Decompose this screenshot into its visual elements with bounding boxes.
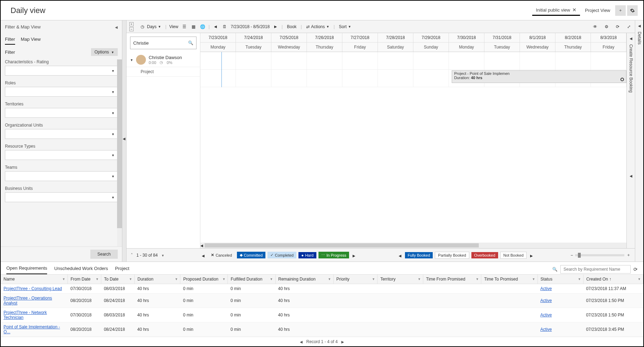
table-row[interactable]: ProjectThree - Operations Analyst08/20/2… xyxy=(1,294,643,308)
view-tab-initial[interactable]: Initial public view ✕ xyxy=(532,5,580,16)
grid-cell[interactable] xyxy=(378,52,413,70)
chevron-left-icon[interactable] xyxy=(630,173,632,178)
details-label[interactable]: Details xyxy=(637,32,642,45)
eye-icon[interactable]: 👁 xyxy=(592,24,598,30)
book-button[interactable]: Book xyxy=(285,24,298,30)
column-header[interactable]: To Date xyxy=(101,275,134,284)
resource-row[interactable]: Christie Dawson 0:00 ◷ 0% xyxy=(127,53,200,67)
status-chip-inprogress[interactable]: ⋯In Progress xyxy=(318,252,349,258)
column-header[interactable]: Time From Promised xyxy=(423,275,481,284)
settings-button[interactable] xyxy=(627,5,638,16)
chevron-down-icon[interactable] xyxy=(161,253,165,258)
grid-cell[interactable] xyxy=(200,52,236,70)
column-header[interactable]: Priority xyxy=(333,275,377,284)
filter-search-button[interactable]: Search xyxy=(90,250,118,259)
actions-button[interactable]: ⇄ Actions xyxy=(305,24,331,30)
requirement-link[interactable]: ProjectThree - Network Technician xyxy=(4,310,47,320)
chevron-down-icon[interactable] xyxy=(270,277,273,281)
tab-unscheduled-work-orders[interactable]: Unscheduled Work Orders xyxy=(54,264,108,274)
table-row[interactable]: Point of Sale Implementation - O...08/20… xyxy=(1,322,643,337)
resource-search[interactable]: 🔍 xyxy=(130,37,197,49)
resourcetypes-select[interactable] xyxy=(5,150,118,160)
close-icon[interactable]: ✕ xyxy=(572,7,577,13)
booking-chip-fully[interactable]: Fully Booked xyxy=(405,252,433,258)
column-header[interactable]: Proposed Duration xyxy=(180,275,228,284)
grid-cell[interactable] xyxy=(484,52,520,70)
grid-cell[interactable] xyxy=(449,52,484,70)
grid-view-icon[interactable]: ▦ xyxy=(190,24,197,30)
date-range-label[interactable]: 7/23/2018 - 8/5/2018 xyxy=(231,24,270,29)
businessunits-select[interactable] xyxy=(5,192,118,202)
legend-prev-icon[interactable] xyxy=(200,252,206,258)
chevron-down-icon[interactable] xyxy=(638,277,641,281)
splitter[interactable] xyxy=(122,20,127,262)
zoom-out-icon[interactable]: − xyxy=(571,253,573,258)
booking-chip-not[interactable]: Not Booked xyxy=(500,252,527,259)
chevron-down-icon[interactable] xyxy=(129,277,132,281)
gear-icon[interactable]: ⚙ xyxy=(603,24,610,30)
sidebar-scroll-track[interactable] xyxy=(117,59,122,246)
chevron-down-icon[interactable] xyxy=(578,277,581,281)
booking-block[interactable]: Project - Point of Sale Implemen Duratio… xyxy=(452,70,626,83)
booking-chip-partially[interactable]: Partially Booked xyxy=(435,252,469,259)
chevron-left-icon[interactable] xyxy=(630,36,632,41)
chevron-down-icon[interactable] xyxy=(532,277,535,281)
column-header[interactable]: Created On ↑ xyxy=(583,275,643,284)
view-tab-project[interactable]: Project View xyxy=(581,6,614,15)
tab-project[interactable]: Project xyxy=(115,264,129,274)
sidebar-tab-filter[interactable]: Filter xyxy=(5,35,15,45)
scroll-thumb[interactable] xyxy=(205,243,479,248)
requirement-link[interactable]: ProjectThree - Consulting Lead xyxy=(4,286,62,291)
column-header[interactable]: Duration xyxy=(135,275,180,284)
column-header[interactable]: Status xyxy=(537,275,583,284)
list-view-icon[interactable]: ☰ xyxy=(181,24,187,30)
refresh-icon[interactable]: ⟳ xyxy=(633,266,638,272)
grid-cell[interactable] xyxy=(271,70,307,87)
expand-rows-icon[interactable]: + xyxy=(129,22,134,26)
chevron-up-icon[interactable]: ˄ xyxy=(131,253,133,258)
chevron-down-icon[interactable] xyxy=(418,277,421,281)
requirements-search-input[interactable] xyxy=(560,265,631,274)
grid-cell[interactable] xyxy=(200,70,236,87)
grid-cell[interactable] xyxy=(342,70,378,87)
status-chip-canceled[interactable]: ✕Canceled xyxy=(208,252,234,258)
territories-select[interactable] xyxy=(5,108,118,118)
sidebar-scroll-thumb[interactable] xyxy=(117,59,122,228)
grid-cell[interactable] xyxy=(413,52,449,70)
orgunits-select[interactable] xyxy=(5,129,118,139)
chevron-down-icon[interactable] xyxy=(328,277,331,281)
grid-cell[interactable] xyxy=(555,52,591,70)
timescale-days[interactable]: ◷ Days xyxy=(138,23,162,31)
column-header[interactable]: Remaining Duration xyxy=(275,275,333,284)
chevron-down-icon[interactable] xyxy=(476,277,479,281)
status-link[interactable]: Active xyxy=(540,327,552,332)
zoom-slider[interactable] xyxy=(575,254,624,256)
column-header[interactable]: From Date xyxy=(67,275,101,284)
calendar-icon[interactable]: 🗓 xyxy=(221,24,228,30)
legend-prev-icon[interactable] xyxy=(397,252,403,258)
grid-cell[interactable] xyxy=(520,52,555,70)
chevron-down-icon[interactable] xyxy=(175,277,178,281)
chevron-down-icon[interactable] xyxy=(222,277,225,281)
requirement-link[interactable]: Point of Sale Implementation - O... xyxy=(4,324,60,334)
status-chip-committed[interactable]: ◆Committed xyxy=(237,252,265,258)
grid-cell[interactable] xyxy=(271,52,307,70)
status-link[interactable]: Active xyxy=(540,286,552,291)
refresh-icon[interactable]: ⟳ xyxy=(614,24,621,30)
chevron-down-icon[interactable] xyxy=(372,277,375,281)
characteristics-select[interactable] xyxy=(5,66,118,76)
fullscreen-icon[interactable]: ⤢ xyxy=(626,24,632,30)
column-header[interactable]: Fulfilled Duration xyxy=(228,275,275,284)
date-next-icon[interactable] xyxy=(272,24,279,30)
resource-search-input[interactable] xyxy=(133,40,184,46)
status-link[interactable]: Active xyxy=(540,313,552,317)
grid-cell[interactable] xyxy=(307,70,342,87)
collapse-rows-icon[interactable]: − xyxy=(129,27,134,31)
zoom-in-icon[interactable]: ＋ xyxy=(626,252,631,258)
grid-cell[interactable] xyxy=(236,52,271,70)
options-button[interactable]: Options xyxy=(91,48,118,56)
teams-select[interactable] xyxy=(5,171,118,181)
zoom-thumb[interactable] xyxy=(578,253,581,258)
table-row[interactable]: ProjectThree - Consulting Lead07/30/2018… xyxy=(1,284,643,294)
roles-select[interactable] xyxy=(5,87,118,97)
